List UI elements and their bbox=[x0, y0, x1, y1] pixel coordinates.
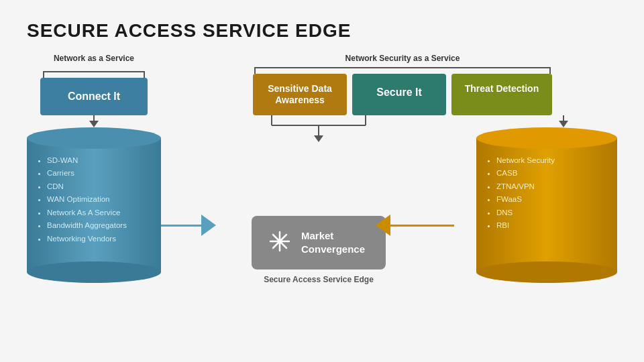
arrow-left-head bbox=[376, 215, 390, 236]
sensitive-data-box: Sensitive Data Awareness bbox=[253, 74, 347, 115]
market-bottom-label: Secure Access Service Edge bbox=[264, 275, 374, 284]
arrow-right-to-market bbox=[376, 215, 454, 236]
nsaas-arrow-head bbox=[314, 135, 323, 142]
list-item-wan: WAN Optimization bbox=[47, 193, 157, 206]
list-item-carriers: Carriers bbox=[47, 167, 157, 180]
market-label: Market Convergence bbox=[301, 229, 370, 255]
naas-label: Network as a Service bbox=[27, 54, 161, 63]
nsaas-bracket bbox=[252, 64, 553, 74]
cylinder-right-content: Network Security CASB ZTNA/VPN FWaaS DNS… bbox=[486, 154, 613, 233]
left-column: SD-WAN Carriers CDN WAN Optimization Net… bbox=[27, 115, 161, 283]
svg-point-8 bbox=[278, 239, 282, 243]
market-box: Market Convergence bbox=[252, 216, 386, 269]
list-item-rbi: RBI bbox=[496, 219, 613, 233]
arrow-head-right bbox=[559, 121, 568, 127]
market-area: Market Convergence Secure Access Service… bbox=[252, 176, 386, 284]
connect-it-box: Connect It bbox=[40, 78, 148, 115]
slide: SECURE ACCESS SERVICE EDGE Network as a … bbox=[0, 0, 644, 362]
horiz-line-right bbox=[390, 225, 454, 227]
middle-column: Market Convergence Secure Access Service… bbox=[168, 115, 470, 284]
arrow-right-head bbox=[201, 215, 216, 236]
cylinder-left-top bbox=[27, 127, 161, 149]
list-item-naas: Network As A Service bbox=[47, 206, 157, 220]
top-boxes-row: Connect It Sensitive Data Awareness Secu… bbox=[27, 64, 617, 115]
cylinder-right-top bbox=[476, 127, 617, 149]
list-item-casb: CASB bbox=[496, 167, 613, 180]
nsaas-label: Network Security as a Service bbox=[188, 54, 617, 63]
arrow-down-right bbox=[559, 115, 568, 127]
cylinder-left-list: SD-WAN Carriers CDN WAN Optimization Net… bbox=[36, 154, 157, 246]
list-item-dns: DNS bbox=[496, 206, 613, 220]
list-item-ztna: ZTNA/VPN bbox=[496, 180, 613, 194]
threat-detection-box: Threat Detection bbox=[451, 74, 552, 115]
right-column: Network Security CASB ZTNA/VPN FWaaS DNS… bbox=[476, 115, 617, 283]
list-item-cdn: CDN bbox=[47, 180, 157, 194]
cylinder-left-content: SD-WAN Carriers CDN WAN Optimization Net… bbox=[36, 154, 157, 246]
market-icon bbox=[268, 229, 292, 256]
cylinder-right-bottom bbox=[476, 261, 617, 283]
list-item-bandwidth: Bandwidth Aggregators bbox=[47, 219, 157, 233]
arrow-head-left bbox=[89, 121, 99, 127]
list-item-fwaas: FWaaS bbox=[496, 193, 613, 206]
nsaas-connector bbox=[245, 115, 392, 142]
naas-bracket bbox=[40, 68, 148, 78]
bottom-section: SD-WAN Carriers CDN WAN Optimization Net… bbox=[27, 115, 617, 284]
cylinder-left-bottom bbox=[27, 261, 161, 283]
cylinder-right: Network Security CASB ZTNA/VPN FWaaS DNS… bbox=[476, 127, 617, 283]
list-item-sdwan: SD-WAN bbox=[47, 154, 157, 168]
cylinder-left: SD-WAN Carriers CDN WAN Optimization Net… bbox=[27, 127, 161, 283]
nsaas-boxes: Sensitive Data Awareness Secure It Threa… bbox=[253, 74, 552, 115]
top-labels-row: Network as a Service Network Security as… bbox=[27, 54, 617, 63]
main-title: SECURE ACCESS SERVICE EDGE bbox=[27, 20, 617, 42]
vert-line-left bbox=[93, 115, 95, 121]
naas-group: Connect It bbox=[27, 68, 161, 115]
secure-it-box: Secure It bbox=[352, 74, 446, 115]
list-item-netsec: Network Security bbox=[496, 154, 613, 168]
market-convergence-icon bbox=[268, 229, 292, 253]
nsaas-group: Sensitive Data Awareness Secure It Threa… bbox=[188, 64, 617, 115]
arrow-down-left bbox=[89, 115, 99, 127]
vert-line-right bbox=[563, 115, 564, 121]
nsaas-branch-svg bbox=[245, 115, 392, 135]
list-item-vendors: Networking Vendors bbox=[47, 233, 157, 246]
cylinder-right-list: Network Security CASB ZTNA/VPN FWaaS DNS… bbox=[486, 154, 613, 233]
